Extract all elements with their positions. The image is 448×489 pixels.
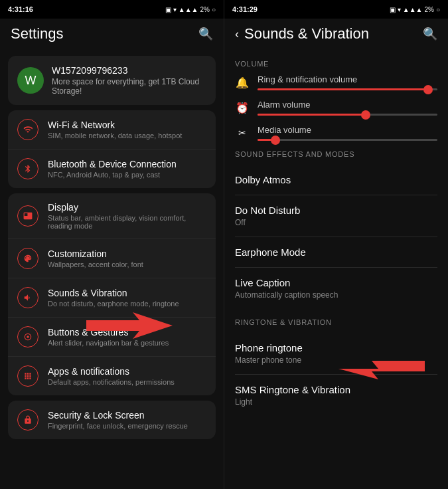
buttons-title: Buttons & Gestures: [48, 327, 169, 338]
apps-title: Apps & notifications: [48, 366, 175, 377]
right-wifi-icon: ▾: [398, 6, 401, 13]
left-time: 4:31:16: [8, 5, 33, 13]
livecaption-title: Live Caption: [235, 277, 437, 288]
sms-ringtone-item[interactable]: SMS Ringtone & Vibration Light: [235, 375, 437, 416]
media-control[interactable]: Media volume: [258, 125, 437, 141]
right-search-icon[interactable]: 🔍: [423, 27, 437, 41]
account-card[interactable]: W W1572099796233 More space for everythi…: [8, 56, 216, 105]
header-back-group: ‹ Sounds & Vibration: [235, 25, 369, 43]
sounds-sub: Do not disturb, earphone mode, ringtone: [48, 300, 179, 308]
back-arrow-icon[interactable]: ‹: [235, 27, 239, 41]
earphone-item[interactable]: Earphone Mode: [235, 237, 437, 268]
settings-group-network: Wi-Fi & Network SIM, mobile network, dat…: [8, 110, 216, 188]
right-battery-icon: ○: [436, 6, 440, 13]
display-item-icon: [17, 205, 38, 227]
effects-label: SOUND EFFECTS AND MODES: [235, 150, 437, 158]
right-title: Sounds & Vibration: [244, 25, 369, 43]
apps-sub: Default apps, notifications, permissions: [48, 378, 175, 386]
account-sub: More space for everything, get 1TB Cloud…: [52, 77, 206, 96]
media-label: Media volume: [258, 125, 437, 135]
settings-item-display[interactable]: Display Status bar, ambient display, vis…: [8, 193, 216, 239]
settings-item-buttons[interactable]: Buttons & Gestures Alert slider, navigat…: [8, 318, 216, 357]
settings-item-wifi[interactable]: Wi-Fi & Network SIM, mobile network, dat…: [8, 110, 216, 149]
livecaption-item[interactable]: Live Caption Automatically caption speec…: [235, 268, 437, 309]
livecaption-sub: Automatically caption speech: [235, 290, 437, 300]
left-scroll-area: W W1572099796233 More space for everythi…: [0, 50, 224, 489]
earphone-title: Earphone Mode: [235, 246, 437, 258]
ring-slider-track[interactable]: [258, 88, 437, 90]
left-title: Settings: [11, 25, 64, 43]
bluetooth-item-text: Bluetooth & Device Connection NFC, Andro…: [48, 159, 177, 179]
settings-item-bluetooth[interactable]: Bluetooth & Device Connection NFC, Andro…: [8, 149, 216, 188]
wifi-item-text: Wi-Fi & Network SIM, mobile network, dat…: [48, 120, 182, 140]
customization-sub: Wallpapers, accent color, font: [48, 260, 143, 268]
bluetooth-sub: NFC, Android Auto, tap & pay, cast: [48, 171, 177, 179]
security-title: Security & Lock Screen: [48, 410, 188, 421]
right-panel: 4:31:29 ▣ ▾ ▲▲▲ 2% ○ ‹ Sounds & Vibratio…: [224, 0, 448, 489]
settings-group-display: Display Status bar, ambient display, vis…: [8, 193, 216, 395]
right-status-icons: ▣ ▾ ▲▲▲ 2% ○: [390, 6, 440, 13]
buttons-item-icon: [17, 326, 38, 347]
ringtone-section: Phone ringtone Master phone tone SMS Rin…: [235, 333, 437, 416]
right-battery-text: 2%: [425, 6, 434, 13]
display-sub: Status bar, ambient display, vision comf…: [48, 214, 206, 230]
phone-ringtone-sub: Master phone tone: [235, 355, 437, 365]
customization-title: Customization: [48, 248, 143, 259]
signal-icon: ▲▲▲: [179, 6, 198, 13]
left-header: Settings 🔍: [0, 19, 224, 50]
customization-item-icon: [17, 248, 38, 269]
right-header: ‹ Sounds & Vibration 🔍: [224, 19, 448, 50]
wifi-title: Wi-Fi & Network: [48, 120, 182, 130]
media-slider-thumb[interactable]: [271, 136, 280, 145]
bluetooth-title: Bluetooth & Device Connection: [48, 159, 177, 169]
settings-item-customization[interactable]: Customization Wallpapers, accent color, …: [8, 239, 216, 278]
left-panel: 4:31:16 ▣ ▾ ▲▲▲ 2% ○ Settings 🔍 W W15720…: [0, 0, 224, 489]
dnd-title: Do Not Disturb: [235, 205, 437, 216]
battery-icon: ○: [212, 6, 216, 13]
ring-slider-fill: [258, 88, 428, 90]
alarm-slider-thumb[interactable]: [361, 110, 370, 120]
dnd-sub: Off: [235, 218, 437, 227]
wifi-icon: ▾: [173, 6, 177, 13]
left-search-icon[interactable]: 🔍: [198, 27, 213, 41]
dolby-title: Dolby Atmos: [235, 174, 437, 185]
sms-ringtone-sub: Light: [235, 397, 437, 407]
alarm-slider-track[interactable]: [258, 114, 437, 116]
display-item-text: Display Status bar, ambient display, vis…: [48, 202, 206, 230]
settings-item-security[interactable]: Security & Lock Screen Fingerprint, face…: [8, 401, 216, 439]
sounds-title: Sounds & Vibration: [48, 288, 179, 298]
right-signal-icon: ▲▲▲: [403, 6, 423, 13]
ring-control[interactable]: Ring & notification volume: [258, 74, 437, 90]
ring-volume-item: 🔔 Ring & notification volume: [235, 74, 437, 90]
display-title: Display: [48, 202, 206, 213]
ringtone-label: RINGTONE & VIBRATION: [235, 318, 437, 326]
alarm-slider-fill: [258, 114, 366, 116]
buttons-item-text: Buttons & Gestures Alert slider, navigat…: [48, 327, 169, 347]
security-sub: Fingerprint, face unlock, emergency resc…: [48, 422, 188, 430]
left-status-icons: ▣ ▾ ▲▲▲ 2% ○: [165, 6, 216, 13]
ring-slider-thumb[interactable]: [423, 85, 433, 94]
right-time: 4:31:29: [232, 5, 258, 13]
phone-ringtone-title: Phone ringtone: [235, 342, 437, 353]
settings-item-sounds[interactable]: Sounds & Vibration Do not disturb, earph…: [8, 278, 216, 318]
account-info: W1572099796233 More space for everything…: [52, 65, 206, 96]
right-scroll-area: VOLUME 🔔 Ring & notification volume ⏰ Al…: [224, 50, 448, 489]
phone-ringtone-item[interactable]: Phone ringtone Master phone tone: [235, 333, 437, 375]
bluetooth-item-icon: [17, 158, 38, 179]
alarm-control[interactable]: Alarm volume: [258, 100, 437, 116]
security-item-icon: [17, 409, 38, 431]
apps-item-icon: [17, 365, 38, 387]
alarm-volume-item: ⏰ Alarm volume: [235, 100, 437, 116]
dnd-item[interactable]: Do Not Disturb Off: [235, 195, 437, 237]
account-name: W1572099796233: [52, 65, 206, 76]
dolby-item[interactable]: Dolby Atmos: [235, 165, 437, 195]
notification-icon: ▣: [165, 6, 171, 13]
battery-text: 2%: [200, 6, 210, 13]
media-slider-track[interactable]: [258, 139, 437, 141]
buttons-sub: Alert slider, navigation bar & gestures: [48, 339, 169, 347]
settings-item-apps[interactable]: Apps & notifications Default apps, notif…: [8, 357, 216, 395]
volume-label: VOLUME: [235, 60, 437, 68]
alarm-icon: ⏰: [235, 102, 250, 114]
svg-point-1: [27, 336, 29, 338]
customization-item-text: Customization Wallpapers, accent color, …: [48, 248, 143, 268]
